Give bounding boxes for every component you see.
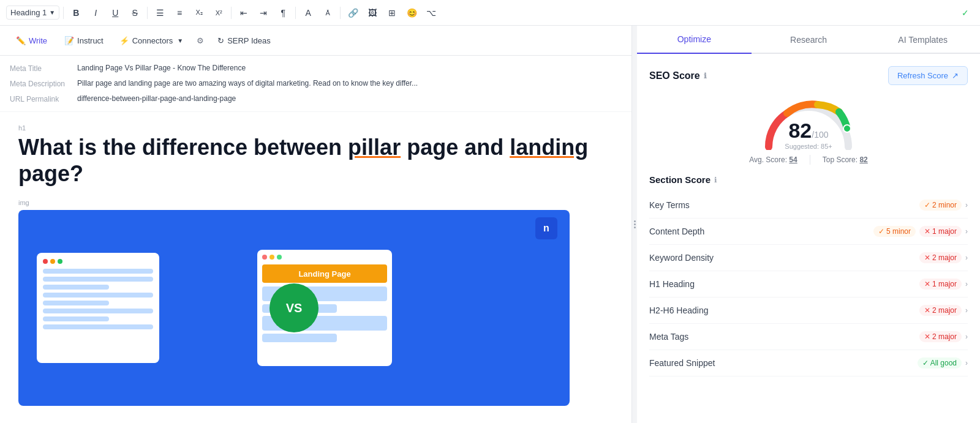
italic-button[interactable]: I [87,4,104,21]
tab-optimize[interactable]: Optimize [637,26,752,54]
article-title[interactable]: What is the difference between pillar pa… [18,134,613,187]
connectors-dropdown[interactable]: ⚡ Connectors ▼ [112,32,190,49]
score-row-right: ✕ 2 major› [919,252,968,263]
superscript-button[interactable]: X² [210,4,227,21]
settings-button[interactable]: ⚙ [190,31,210,50]
ordered-list-button[interactable]: ☰ [151,4,168,21]
serp-ideas-button[interactable]: ↻ SERP Ideas [210,32,278,49]
chevron-right-icon: › [965,332,968,341]
meta-title-label: Meta Title [10,64,77,73]
browser-lines [43,269,153,329]
link-button[interactable]: 🔗 [344,4,361,21]
title-highlight-pillar: pillar [348,135,401,160]
refresh-icon: ↗ [952,71,959,80]
panel-tabs: Optimize Research AI Templates [637,26,980,54]
font-color-button[interactable]: A [300,4,317,21]
score-badge: ✕ 2 major [919,252,962,263]
score-row-label: Content Depth [649,226,704,236]
browser-line-5 [43,301,109,305]
score-row[interactable]: Meta Tags✕ 2 major› [649,324,968,350]
instruct-icon: 📝 [64,36,74,45]
meta-title-value[interactable]: Landing Page Vs Pillar Page - Know The D… [77,64,622,72]
strikethrough-button[interactable]: S [126,4,143,21]
dot-yellow [50,259,55,264]
score-badge: ✓ 2 minor [919,200,962,211]
refresh-icon: ↻ [217,36,224,45]
emoji-button[interactable]: 😊 [403,4,420,21]
score-row[interactable]: H2-H6 Heading✕ 2 major› [649,298,968,324]
indent-left-button[interactable]: ⇤ [235,4,252,21]
gauge-scores-row: Avg. Score: 54 Top Score: 82 [749,155,868,165]
score-row-label: Meta Tags [649,332,688,342]
score-row[interactable]: Key Terms✓ 2 minor› [649,192,968,219]
gauge-suggested: Suggested: 85+ [785,143,832,150]
score-row[interactable]: Content Depth✓ 5 minor✕ 1 major› [649,219,968,245]
score-row[interactable]: Keyword Density✕ 2 major› [649,245,968,271]
underline-button[interactable]: U [107,4,124,21]
score-row-label: Keyword Density [649,253,714,263]
meta-title-row: Meta Title Landing Page Vs Pillar Page -… [10,61,622,76]
meta-desc-value[interactable]: Pillar page and landing page are two ama… [77,79,622,88]
gauge-score-max: /100 [812,130,828,140]
ldot-yellow [270,255,274,260]
paragraph-button[interactable]: ¶ [274,4,292,21]
gauge-container: 82/100 Suggested: 85+ Avg. Score: 54 Top… [649,95,968,165]
landing-dots [262,255,387,260]
chevron-right-icon: › [965,201,968,209]
browser-line-2 [43,277,153,282]
bold-button[interactable]: B [67,4,85,21]
editor-content[interactable]: h1 What is the difference between pillar… [0,112,631,423]
connectors-chevron-icon: ▼ [177,37,183,44]
section-score-info-icon[interactable]: ℹ [714,176,717,184]
avg-label: Avg. Score: [749,155,787,164]
image-inner: Landing Page VS n [18,210,570,406]
score-row-right: ✓ All good› [918,357,968,369]
seo-score-info-icon[interactable]: ℹ [704,72,707,80]
score-row[interactable]: H1 Heading✕ 1 major› [649,271,968,298]
score-badge: ✕ 1 major [919,279,962,290]
refresh-score-button[interactable]: Refresh Score ↗ [888,66,968,85]
meta-url-value[interactable]: difference-between-pillar-page-and-landi… [77,94,622,103]
toolbar-divider-2 [147,7,148,19]
section-score-title: Section Score [649,174,710,185]
gear-icon: ⚙ [197,36,204,45]
meta-fields: Meta Title Landing Page Vs Pillar Page -… [0,56,631,112]
image-logo: n [535,217,557,239]
score-rows: Key Terms✓ 2 minor›Content Depth✓ 5 mino… [649,192,968,376]
tab-research[interactable]: Research [752,26,866,54]
meta-url-row: URL Permalink difference-between-pillar-… [10,91,622,107]
score-row-right: ✕ 2 major› [919,305,968,316]
action-bar: ✏️ Write 📝 Instruct ⚡ Connectors ▼ ⚙ ↻ S… [0,26,631,56]
check-button[interactable]: ✓ [957,4,974,21]
score-badge: ✓ All good [918,357,962,369]
panel-content: SEO Score ℹ Refresh Score ↗ [637,54,980,423]
write-button[interactable]: ✏️ Write [7,32,56,49]
unordered-list-button[interactable]: ≡ [171,4,188,21]
gauge-dot [843,125,851,132]
score-badge: ✕ 2 major [919,305,962,316]
connectors-label: Connectors [132,36,173,45]
heading-select[interactable]: Heading 1 ▼ [6,6,59,20]
browser-line-7 [43,316,109,321]
resize-handle[interactable] [632,26,637,423]
image-button[interactable]: 🖼 [364,4,381,21]
code-button[interactable]: ⌥ [423,4,440,21]
browser-line-4 [43,293,153,298]
serp-label: SERP Ideas [227,36,271,45]
instruct-button[interactable]: 📝 Instruct [56,32,112,49]
gauge-score: 82 [788,119,812,142]
avg-score-value[interactable]: 54 [789,155,797,164]
top-score-value[interactable]: 82 [859,155,867,164]
seo-score-title-text: SEO Score [649,70,700,81]
title-part1: What is the difference between [18,135,348,160]
title-highlight-landing: landing [510,135,588,160]
browser-line-1 [43,269,153,274]
clear-format-button[interactable]: Ā [319,4,336,21]
score-row[interactable]: Featured Snippet✓ All good› [649,350,968,376]
table-button[interactable]: ⊞ [383,4,401,21]
subscript-button[interactable]: X₂ [190,4,208,21]
indent-right-button[interactable]: ⇥ [255,4,272,21]
gauge-number: 82/100 Suggested: 85+ [785,119,832,150]
tab-ai-templates[interactable]: AI Templates [865,26,980,54]
editor-area: ✏️ Write 📝 Instruct ⚡ Connectors ▼ ⚙ ↻ S… [0,26,632,423]
